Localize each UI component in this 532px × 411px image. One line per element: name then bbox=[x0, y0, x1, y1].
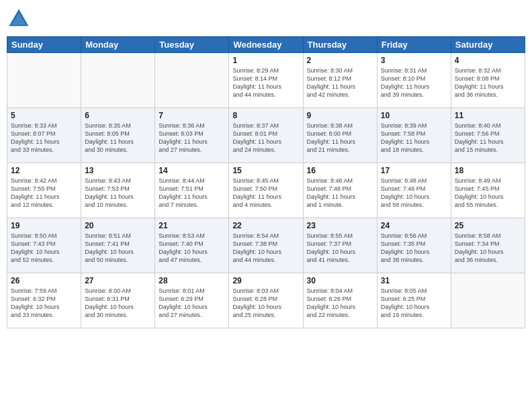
day-number: 28 bbox=[159, 276, 225, 285]
calendar-cell: 31Sunrise: 8:05 AM Sunset: 6:25 PM Dayli… bbox=[377, 273, 451, 328]
day-number: 24 bbox=[381, 221, 447, 230]
day-info: Sunrise: 8:54 AM Sunset: 7:38 PM Dayligh… bbox=[232, 232, 299, 265]
calendar-cell: 8Sunrise: 8:37 AM Sunset: 8:01 PM Daylig… bbox=[229, 108, 303, 163]
calendar-header-friday: Friday bbox=[377, 37, 451, 53]
day-info: Sunrise: 8:40 AM Sunset: 7:56 PM Dayligh… bbox=[455, 122, 521, 154]
logo bbox=[7, 7, 34, 31]
day-number: 16 bbox=[307, 166, 373, 175]
day-info: Sunrise: 8:04 AM Sunset: 6:26 PM Dayligh… bbox=[307, 287, 373, 320]
calendar-cell: 22Sunrise: 8:54 AM Sunset: 7:38 PM Dayli… bbox=[229, 218, 303, 273]
calendar-cell: 7Sunrise: 8:36 AM Sunset: 8:03 PM Daylig… bbox=[155, 108, 229, 163]
calendar: SundayMondayTuesdayWednesdayThursdayFrid… bbox=[7, 36, 525, 328]
day-number: 4 bbox=[455, 56, 521, 65]
day-info: Sunrise: 8:43 AM Sunset: 7:53 PM Dayligh… bbox=[85, 177, 151, 210]
day-info: Sunrise: 8:38 AM Sunset: 8:00 PM Dayligh… bbox=[307, 122, 373, 154]
day-info: Sunrise: 8:58 AM Sunset: 7:34 PM Dayligh… bbox=[455, 232, 521, 265]
day-info: Sunrise: 8:44 AM Sunset: 7:51 PM Dayligh… bbox=[159, 177, 225, 210]
header bbox=[7, 7, 525, 31]
day-info: Sunrise: 8:49 AM Sunset: 7:45 PM Dayligh… bbox=[455, 177, 521, 210]
calendar-cell: 20Sunrise: 8:51 AM Sunset: 7:41 PM Dayli… bbox=[81, 218, 155, 273]
day-number: 6 bbox=[85, 111, 151, 120]
day-info: Sunrise: 8:29 AM Sunset: 8:14 PM Dayligh… bbox=[232, 66, 299, 99]
calendar-header-thursday: Thursday bbox=[303, 37, 377, 53]
calendar-cell: 27Sunrise: 8:00 AM Sunset: 6:31 PM Dayli… bbox=[81, 273, 155, 328]
page: SundayMondayTuesdayWednesdayThursdayFrid… bbox=[0, 0, 532, 411]
calendar-cell: 23Sunrise: 8:55 AM Sunset: 7:37 PM Dayli… bbox=[303, 218, 377, 273]
calendar-week-2: 5Sunrise: 8:33 AM Sunset: 8:07 PM Daylig… bbox=[7, 108, 525, 163]
calendar-header-tuesday: Tuesday bbox=[155, 37, 229, 53]
day-info: Sunrise: 8:45 AM Sunset: 7:50 PM Dayligh… bbox=[232, 177, 299, 210]
day-number: 15 bbox=[232, 166, 299, 175]
calendar-cell: 13Sunrise: 8:43 AM Sunset: 7:53 PM Dayli… bbox=[81, 163, 155, 218]
calendar-cell: 12Sunrise: 8:42 AM Sunset: 7:55 PM Dayli… bbox=[7, 163, 81, 218]
day-number: 2 bbox=[307, 56, 373, 65]
calendar-header-saturday: Saturday bbox=[451, 37, 525, 53]
day-info: Sunrise: 8:39 AM Sunset: 7:58 PM Dayligh… bbox=[381, 122, 447, 154]
day-number: 18 bbox=[455, 166, 521, 175]
calendar-cell: 24Sunrise: 8:56 AM Sunset: 7:35 PM Dayli… bbox=[377, 218, 451, 273]
day-info: Sunrise: 8:42 AM Sunset: 7:55 PM Dayligh… bbox=[11, 177, 77, 210]
calendar-header-wednesday: Wednesday bbox=[229, 37, 303, 53]
day-info: Sunrise: 8:32 AM Sunset: 8:08 PM Dayligh… bbox=[455, 66, 521, 99]
day-number: 26 bbox=[11, 276, 77, 285]
calendar-week-5: 26Sunrise: 7:59 AM Sunset: 6:32 PM Dayli… bbox=[7, 273, 525, 328]
calendar-cell: 11Sunrise: 8:40 AM Sunset: 7:56 PM Dayli… bbox=[451, 108, 525, 163]
day-info: Sunrise: 8:31 AM Sunset: 8:10 PM Dayligh… bbox=[381, 66, 447, 99]
calendar-cell: 19Sunrise: 8:50 AM Sunset: 7:43 PM Dayli… bbox=[7, 218, 81, 273]
day-number: 27 bbox=[85, 276, 151, 285]
day-info: Sunrise: 8:37 AM Sunset: 8:01 PM Dayligh… bbox=[232, 122, 299, 154]
calendar-cell: 14Sunrise: 8:44 AM Sunset: 7:51 PM Dayli… bbox=[155, 163, 229, 218]
day-info: Sunrise: 8:46 AM Sunset: 7:48 PM Dayligh… bbox=[307, 177, 373, 210]
calendar-cell: 18Sunrise: 8:49 AM Sunset: 7:45 PM Dayli… bbox=[451, 163, 525, 218]
day-number: 11 bbox=[455, 111, 521, 120]
calendar-cell bbox=[81, 53, 155, 108]
calendar-cell: 2Sunrise: 8:30 AM Sunset: 8:12 PM Daylig… bbox=[303, 53, 377, 108]
calendar-cell bbox=[7, 53, 81, 108]
day-info: Sunrise: 8:33 AM Sunset: 8:07 PM Dayligh… bbox=[11, 122, 77, 154]
calendar-cell: 30Sunrise: 8:04 AM Sunset: 6:26 PM Dayli… bbox=[303, 273, 377, 328]
logo-icon bbox=[7, 7, 31, 31]
day-number: 1 bbox=[232, 56, 299, 65]
day-info: Sunrise: 8:55 AM Sunset: 7:37 PM Dayligh… bbox=[307, 232, 373, 265]
day-number: 21 bbox=[159, 221, 225, 230]
day-number: 22 bbox=[232, 221, 299, 230]
calendar-week-1: 1Sunrise: 8:29 AM Sunset: 8:14 PM Daylig… bbox=[7, 53, 525, 108]
day-info: Sunrise: 8:05 AM Sunset: 6:25 PM Dayligh… bbox=[381, 287, 447, 320]
calendar-cell: 10Sunrise: 8:39 AM Sunset: 7:58 PM Dayli… bbox=[377, 108, 451, 163]
day-number: 23 bbox=[307, 221, 373, 230]
calendar-cell: 16Sunrise: 8:46 AM Sunset: 7:48 PM Dayli… bbox=[303, 163, 377, 218]
calendar-week-4: 19Sunrise: 8:50 AM Sunset: 7:43 PM Dayli… bbox=[7, 218, 525, 273]
day-info: Sunrise: 8:35 AM Sunset: 8:05 PM Dayligh… bbox=[85, 122, 151, 154]
calendar-cell: 3Sunrise: 8:31 AM Sunset: 8:10 PM Daylig… bbox=[377, 53, 451, 108]
calendar-header-row: SundayMondayTuesdayWednesdayThursdayFrid… bbox=[7, 37, 525, 53]
calendar-cell: 28Sunrise: 8:01 AM Sunset: 6:29 PM Dayli… bbox=[155, 273, 229, 328]
day-number: 14 bbox=[159, 166, 225, 175]
day-info: Sunrise: 8:01 AM Sunset: 6:29 PM Dayligh… bbox=[159, 287, 225, 320]
day-info: Sunrise: 8:00 AM Sunset: 6:31 PM Dayligh… bbox=[85, 287, 151, 320]
calendar-cell bbox=[451, 273, 525, 328]
day-number: 8 bbox=[232, 111, 299, 120]
calendar-week-3: 12Sunrise: 8:42 AM Sunset: 7:55 PM Dayli… bbox=[7, 163, 525, 218]
day-number: 30 bbox=[307, 276, 373, 285]
calendar-cell: 21Sunrise: 8:53 AM Sunset: 7:40 PM Dayli… bbox=[155, 218, 229, 273]
day-info: Sunrise: 8:36 AM Sunset: 8:03 PM Dayligh… bbox=[159, 122, 225, 154]
calendar-cell: 4Sunrise: 8:32 AM Sunset: 8:08 PM Daylig… bbox=[451, 53, 525, 108]
day-number: 3 bbox=[381, 56, 447, 65]
calendar-cell: 15Sunrise: 8:45 AM Sunset: 7:50 PM Dayli… bbox=[229, 163, 303, 218]
day-number: 17 bbox=[381, 166, 447, 175]
day-number: 20 bbox=[85, 221, 151, 230]
day-info: Sunrise: 8:48 AM Sunset: 7:46 PM Dayligh… bbox=[381, 177, 447, 210]
day-info: Sunrise: 8:30 AM Sunset: 8:12 PM Dayligh… bbox=[307, 66, 373, 99]
day-info: Sunrise: 7:59 AM Sunset: 6:32 PM Dayligh… bbox=[11, 287, 77, 320]
day-number: 5 bbox=[11, 111, 77, 120]
day-info: Sunrise: 8:51 AM Sunset: 7:41 PM Dayligh… bbox=[85, 232, 151, 265]
calendar-cell: 26Sunrise: 7:59 AM Sunset: 6:32 PM Dayli… bbox=[7, 273, 81, 328]
calendar-cell bbox=[155, 53, 229, 108]
day-info: Sunrise: 8:03 AM Sunset: 6:28 PM Dayligh… bbox=[232, 287, 299, 320]
calendar-cell: 1Sunrise: 8:29 AM Sunset: 8:14 PM Daylig… bbox=[229, 53, 303, 108]
calendar-cell: 6Sunrise: 8:35 AM Sunset: 8:05 PM Daylig… bbox=[81, 108, 155, 163]
day-number: 25 bbox=[455, 221, 521, 230]
day-number: 10 bbox=[381, 111, 447, 120]
day-number: 31 bbox=[381, 276, 447, 285]
calendar-header-sunday: Sunday bbox=[7, 37, 81, 53]
